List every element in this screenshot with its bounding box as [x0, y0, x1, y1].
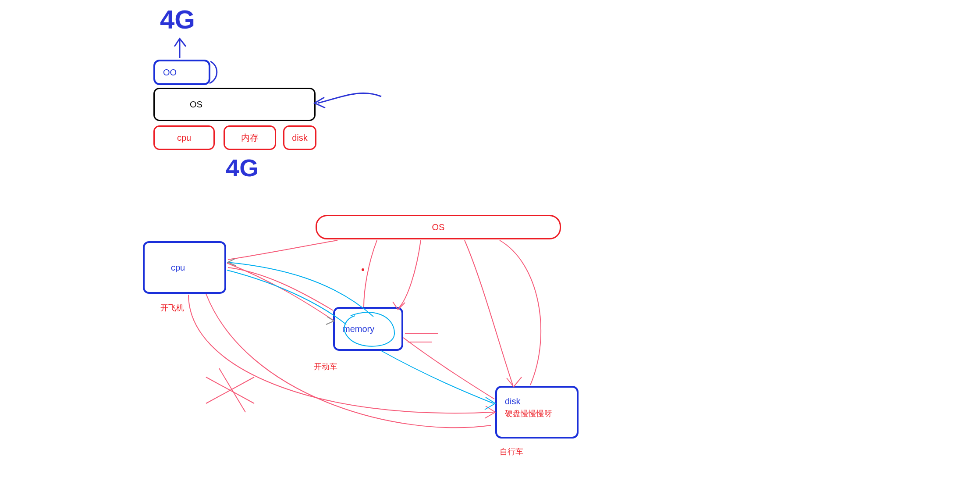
memory-box: memory [333, 307, 403, 351]
cpu-box-bottom: cpu [143, 241, 226, 294]
cpu-box-top: cpu [153, 125, 215, 150]
stray-dot [362, 268, 364, 271]
os-box-top: OS [153, 88, 316, 121]
memory-caption: 开动车 [314, 361, 337, 372]
mem-box-top: 内存 [224, 125, 276, 150]
disk-box-bottom: disk 硬盘慢慢慢呀 [495, 386, 579, 439]
diagram-canvas: 4G OO OS cpu 内存 disk 4G OS cpu 开飞机 memor… [0, 0, 980, 492]
memory-label: memory [335, 324, 382, 334]
os-label-top: OS [155, 100, 210, 110]
cpu-caption: 开飞机 [160, 303, 184, 313]
cpu-label-bottom: cpu [145, 263, 193, 273]
disk-inner-text: 硬盘慢慢慢呀 [497, 408, 577, 419]
mem-label-top: 内存 [241, 132, 259, 144]
cpu-label-top: cpu [177, 133, 191, 143]
oo-label: OO [155, 68, 185, 78]
disk-label-bottom: disk [497, 396, 529, 406]
disk-box-top: disk [283, 125, 316, 150]
disk-caption: 自行车 [500, 446, 523, 457]
oo-box: OO [153, 60, 210, 85]
disk-label-top: disk [292, 133, 308, 143]
annotation-4g-bottom: 4G [226, 153, 259, 182]
os-label-bottom: OS [432, 222, 445, 232]
annotation-4g-top: 4G [160, 4, 195, 35]
os-box-bottom: OS [316, 215, 561, 239]
